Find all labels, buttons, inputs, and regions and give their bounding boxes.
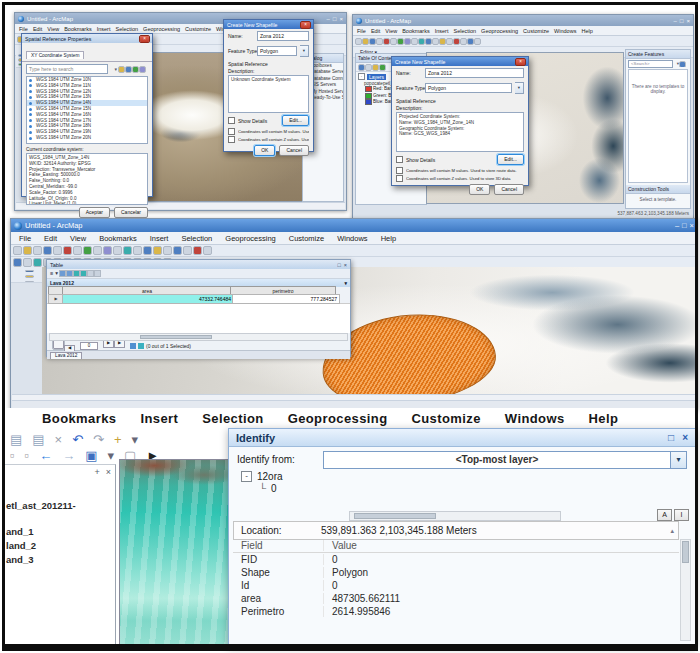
ok-button[interactable]: OK <box>254 145 275 156</box>
record-nav-button[interactable]: ▶ <box>103 340 114 348</box>
record-nav-button[interactable] <box>53 340 64 349</box>
table-tool-icon[interactable] <box>67 271 72 276</box>
search-tool-icon[interactable] <box>119 67 124 72</box>
column-header-area[interactable]: area <box>63 287 231 295</box>
menu-item[interactable]: View <box>385 28 397 34</box>
menu-item[interactable]: Geoprocessing <box>225 234 275 243</box>
record-nav-button[interactable]: ◀ <box>64 345 75 351</box>
toolbar-icon[interactable] <box>14 247 21 254</box>
ok-button[interactable]: OK <box>469 184 490 195</box>
toolbar-icon[interactable] <box>134 247 141 254</box>
chevron-down-icon[interactable]: ▾ <box>515 82 524 94</box>
map-view-falsecolor-strip[interactable] <box>120 460 228 647</box>
close-icon[interactable]: × <box>339 16 343 22</box>
toolbar-icon[interactable] <box>468 39 473 44</box>
menu-item[interactable]: Help <box>381 234 396 243</box>
feature-type-select[interactable]: Polygon <box>425 83 512 93</box>
coordinate-system-list[interactable]: WGS 1984 UTM Zone 10NWGS 1984 UTM Zone 1… <box>26 76 148 144</box>
table-tool-icon[interactable]: ≡ <box>50 271 53 277</box>
menu-item[interactable]: Insert <box>150 234 169 243</box>
chevron-down-icon[interactable]: ▾ <box>300 45 309 57</box>
close-icon[interactable]: × <box>690 221 694 230</box>
toc-tool-icon[interactable] <box>366 65 371 70</box>
table-tool-icon[interactable] <box>60 271 65 276</box>
menu-item[interactable]: Insert <box>97 26 111 32</box>
menu-item[interactable]: File <box>357 28 366 34</box>
search-tool-icon[interactable]: ▾ <box>114 67 117 72</box>
toolbar-icon[interactable] <box>104 247 111 254</box>
column-header-perimetro[interactable]: perimetro <box>231 287 335 295</box>
menu-item[interactable]: Customize <box>523 28 549 34</box>
toolbar-icon[interactable] <box>426 39 431 44</box>
title-bar[interactable]: Untitled - ArcMap – □ × <box>353 15 693 26</box>
menu-item[interactable]: Edit <box>33 26 42 32</box>
menu-item[interactable]: Selection <box>181 234 212 243</box>
table-tool-icon[interactable] <box>81 271 86 276</box>
toc-tool-icon[interactable] <box>373 65 378 70</box>
name-input[interactable]: Zona 2012 <box>257 31 309 41</box>
table-tool-icon[interactable] <box>74 271 79 276</box>
toc-layer-label[interactable]: etl_ast_201211- <box>4 499 115 513</box>
toolbar-icon[interactable] <box>461 39 466 44</box>
menu-item[interactable]: Insert <box>435 28 449 34</box>
toolbar-icon[interactable] <box>204 247 211 254</box>
expander-icon[interactable]: - <box>358 73 365 80</box>
chevron-down-icon[interactable]: ▾ <box>344 280 347 286</box>
menu-item[interactable]: Bookmarks <box>99 234 137 243</box>
attribute-row[interactable]: Perimetro2614.995846 <box>233 605 679 618</box>
feature-type-select[interactable]: Polygon <box>257 46 297 56</box>
vertical-scrollbar[interactable] <box>680 539 691 641</box>
toolbar-icon[interactable] <box>164 247 171 254</box>
menu-item[interactable]: Windows <box>337 234 367 243</box>
search-tool-icon[interactable] <box>126 67 131 72</box>
toc-layer-label[interactable]: and_1 <box>4 525 115 539</box>
maximize-icon[interactable]: □ <box>337 262 340 268</box>
menu-item[interactable]: File <box>19 26 28 32</box>
menu-item[interactable]: Edit <box>371 28 380 34</box>
dialog-title-bar[interactable]: Spatial Reference Properties × <box>22 34 152 43</box>
toolbar-icon[interactable] <box>64 247 71 254</box>
menu-item[interactable]: Selection <box>115 26 138 32</box>
menu-item[interactable]: Insert <box>140 411 178 426</box>
show-details-checkbox[interactable] <box>228 117 235 124</box>
show-selected-records-icon[interactable] <box>138 343 144 349</box>
result-tree-child[interactable]: └ 0 <box>259 483 277 494</box>
record-nav-button[interactable]: ▶ <box>114 340 125 348</box>
field-column-header[interactable]: Field <box>233 540 323 551</box>
scrollbar-thumb[interactable] <box>354 513 436 519</box>
toolbar-icon[interactable]: ▫ <box>25 449 30 462</box>
table-tool-icon[interactable] <box>95 271 100 276</box>
toolbar-icon[interactable] <box>419 39 424 44</box>
scrollbar-thumb[interactable] <box>682 541 689 563</box>
value-column-header[interactable]: Value <box>323 540 679 551</box>
z-values-checkbox[interactable] <box>228 136 235 143</box>
minimize-icon[interactable]: – <box>674 18 677 24</box>
toolbar-icon[interactable] <box>34 259 41 266</box>
minimize-icon[interactable]: – <box>675 221 679 230</box>
cancel-button[interactable]: Cancel <box>494 184 524 195</box>
table-tool-icon[interactable]: ▾ <box>55 271 58 277</box>
toolbar-icon[interactable] <box>74 247 81 254</box>
search-tool-icon[interactable]: ▾ <box>677 62 679 67</box>
menu-item[interactable]: Windows <box>505 411 565 426</box>
action-button-a[interactable]: A <box>657 509 672 521</box>
toolbar-icon[interactable]: ↶ <box>72 433 83 446</box>
result-tree-root[interactable]: - 12ora <box>241 471 283 482</box>
toolbar-icon[interactable] <box>24 259 31 266</box>
identify-from-dropdown[interactable]: <Top-most layer> ▾ <box>323 451 687 469</box>
menu-item[interactable]: Geoprocessing <box>481 28 518 34</box>
column-header-selector[interactable] <box>49 287 63 295</box>
collapse-panel-icon[interactable]: ▴ <box>670 527 678 535</box>
toolbar-icon[interactable] <box>24 247 31 254</box>
menu-item[interactable]: Bookmarks <box>42 411 116 426</box>
menu-item[interactable]: Customize <box>185 26 211 32</box>
toolbar-icon[interactable] <box>370 39 375 44</box>
toolbar-icon[interactable]: × <box>55 433 63 446</box>
record-position-input[interactable]: 0 <box>80 342 98 350</box>
toolbar-icon[interactable] <box>391 39 396 44</box>
toolbar-icon[interactable] <box>475 39 480 44</box>
toc-layer-label[interactable]: and_3 <box>4 553 115 567</box>
toc-tool-icon[interactable] <box>359 65 364 70</box>
toolbar-icon[interactable]: → <box>62 449 75 462</box>
table-layer-header[interactable]: Lava 2012 ▾ <box>47 279 350 287</box>
